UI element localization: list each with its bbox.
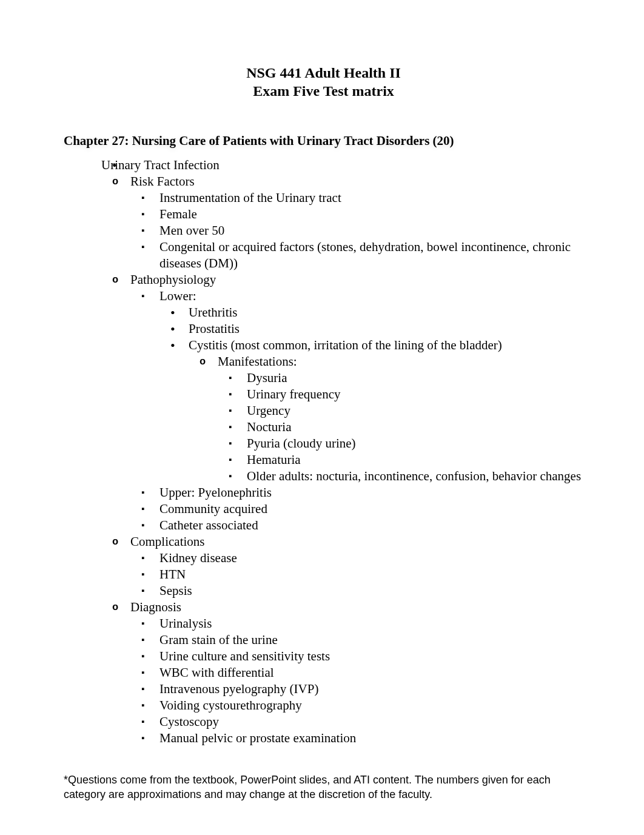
list-item: Female (159, 206, 583, 223)
list-item: Dysuria (247, 370, 583, 386)
list-item: Nocturia (247, 419, 583, 435)
list-item: Upper: Pyelonephritis (159, 485, 583, 501)
list-item: Urinary frequency (247, 386, 583, 403)
list-item: Urethritis (189, 304, 583, 321)
list-item: Intravenous pyelography (IVP) (159, 681, 583, 697)
footnote: *Questions come from the textbook, Power… (64, 773, 583, 802)
list-item: Cystoscopy (159, 714, 583, 730)
list-item: Pyuria (cloudy urine) (247, 435, 583, 452)
list-item: Congenital or acquired factors (stones, … (159, 239, 583, 272)
outline-root: Urinary Tract Infection Risk Factors Ins… (64, 157, 583, 746)
topic-label: Urinary Tract Infection (101, 158, 220, 172)
list-item: Hematuria (247, 452, 583, 468)
list-item: Manifestations: Dysuria Urinary frequenc… (218, 354, 583, 485)
list-item: Sepsis (159, 583, 583, 599)
list-item: Kidney disease (159, 550, 583, 566)
section-label: Pathophysiology (130, 272, 216, 287)
list-item: Complications Kidney disease HTN Sepsis (130, 534, 583, 599)
list-item: Community acquired (159, 501, 583, 517)
list-item: Urine culture and sensitivity tests (159, 648, 583, 665)
list-item: Instrumentation of the Urinary tract (159, 190, 583, 206)
list-item: Lower: Urethritis Prostatitis Cystitis (… (159, 288, 583, 485)
list-item: Pathophysiology Lower: Urethritis Prosta… (130, 272, 583, 534)
document-page: NSG 441 Adult Health II Exam Five Test m… (0, 0, 644, 835)
list-item: Older adults: nocturia, incontinence, co… (247, 468, 583, 485)
list-item: Urinalysis (159, 615, 583, 632)
list-item: Manual pelvic or prostate examination (159, 730, 583, 746)
list-item: Voiding cystourethrography (159, 697, 583, 714)
list-item: Diagnosis Urinalysis Gram stain of the u… (130, 599, 583, 746)
section-label: Risk Factors (130, 174, 195, 189)
list-item: Gram stain of the urine (159, 632, 583, 648)
list-item: Prostatitis (189, 321, 583, 337)
list-item: Urgency (247, 403, 583, 419)
list-item: Cystitis (most common, irritation of the… (189, 337, 583, 485)
title-line-1: NSG 441 Adult Health II (64, 64, 583, 82)
section-label: Complications (130, 534, 205, 549)
list-item: WBC with differential (159, 665, 583, 681)
list-item: Men over 50 (159, 223, 583, 239)
document-title: NSG 441 Adult Health II Exam Five Test m… (64, 64, 583, 100)
section-label: Diagnosis (130, 600, 181, 614)
chapter-heading: Chapter 27: Nursing Care of Patients wit… (64, 133, 583, 149)
list-item: Risk Factors Instrumentation of the Urin… (130, 173, 583, 272)
list-item: Urinary Tract Infection Risk Factors Ins… (101, 157, 583, 746)
title-line-2: Exam Five Test matrix (64, 82, 583, 100)
list-item: HTN (159, 566, 583, 583)
list-item: Catheter associated (159, 517, 583, 534)
